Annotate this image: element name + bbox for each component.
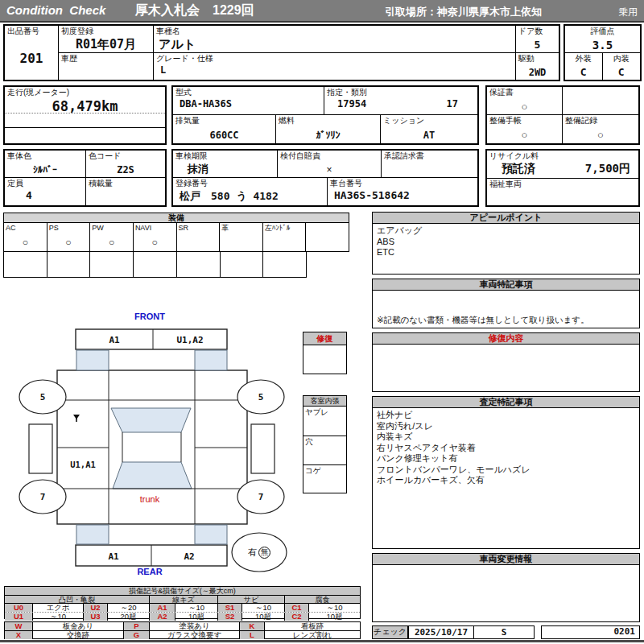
equipment-value bbox=[177, 233, 220, 251]
damage-legend-table: 損傷記号&損傷サイズ(～最大cm) 凸凹・亀裂 線キズ サビ 腐食 U0 エクボ… bbox=[4, 586, 361, 619]
bottom-rule bbox=[0, 640, 644, 642]
score-value: 3.5 bbox=[565, 37, 640, 52]
approval-label: 承認請求書 bbox=[382, 151, 477, 162]
legend-code: U0 bbox=[5, 604, 33, 612]
doors-value: 5 bbox=[516, 37, 559, 52]
insurance-label: 検付自賠責 bbox=[278, 151, 381, 162]
rear-bumper-left-code: A1 bbox=[76, 547, 151, 566]
change-info-box: 車両変更情報 bbox=[372, 553, 640, 622]
recycle-status: 預託済 bbox=[502, 162, 535, 176]
spare-tire-indicator: 有 無 bbox=[235, 542, 283, 563]
recycle-label: リサイクル料 bbox=[487, 151, 638, 162]
legend-code: A2 bbox=[150, 613, 175, 621]
equipment-label: SR bbox=[177, 223, 220, 233]
class-number2: 17 bbox=[447, 98, 458, 109]
spare-no-circled: 無 bbox=[258, 547, 270, 559]
legend-desc: 塗装あり bbox=[150, 622, 240, 630]
change-info-title: 車両変更情報 bbox=[373, 554, 639, 565]
condition-check-sheet: Condition Check 厚木入札会 1229回 引取場所：神奈川県厚木市… bbox=[0, 0, 644, 644]
inspection-value: 抹消 bbox=[173, 162, 277, 176]
legend-code: P bbox=[124, 622, 150, 630]
grade-value: L bbox=[154, 64, 515, 76]
registration-table: 車検期限 抹消 検付自賠責 × 承認請求書 登録番号 松戸 580 う 4182… bbox=[171, 149, 479, 207]
rear-bumper-right-code: A2 bbox=[151, 547, 227, 566]
rear-window bbox=[113, 462, 192, 489]
first-reg-value: R01年07月 bbox=[59, 37, 153, 52]
basic-info-table: 出品番号 201 初度登録 R01年07月 車歴 車種名 アルト グレード・仕様… bbox=[3, 24, 560, 81]
legend-code: G bbox=[124, 631, 150, 639]
equipment-value bbox=[306, 225, 349, 251]
score-table: 評価点 3.5 外装 C 内装 C bbox=[564, 24, 642, 81]
equipment-value: ○ bbox=[90, 233, 133, 251]
appeal-line: エアバッグ bbox=[377, 225, 635, 237]
fuel-value: ｶﾞｿﾘﾝ bbox=[276, 126, 380, 143]
welfare-label: 福祉車両 bbox=[487, 179, 638, 190]
divider bbox=[5, 127, 165, 128]
legend-desc: ～10 bbox=[175, 604, 218, 612]
legend-code: X bbox=[5, 631, 33, 639]
transmission-value: AT bbox=[381, 126, 477, 143]
cabin-lining-title: 客室内張 bbox=[303, 396, 346, 407]
tire-front-left: 5 bbox=[19, 380, 66, 414]
equipment-label: PS bbox=[47, 223, 90, 233]
equipment-row: AC○ PS○ PW○ NAVI○ SR 革 左ﾊﾝﾄﾞﾙ bbox=[3, 222, 349, 252]
assessment-notes-box: 査定特記事項 社外ナビ 室内汚れ/スレ 内装キズ 右リヤスペアタイヤ装着 パンク… bbox=[372, 396, 640, 549]
maintenance-book-mark: ○ bbox=[487, 126, 562, 143]
body-color-value: ｼﾙﾊﾞｰ bbox=[5, 162, 85, 177]
exterior-grade: C bbox=[565, 64, 602, 80]
maintenance-record-mark: ○ bbox=[563, 126, 638, 143]
cabin-row-burn: コゲ bbox=[303, 464, 346, 493]
legend-desc: ～10 bbox=[242, 604, 285, 612]
lot-label: 出品番号 bbox=[5, 26, 58, 37]
legend-group: 腐食 bbox=[285, 596, 360, 603]
maintenance-record-label: 整備記録 bbox=[563, 115, 638, 126]
class-label: 指定・類別 bbox=[324, 87, 477, 98]
legend-desc: 板金あり bbox=[33, 622, 124, 630]
color-code-value: Z2S bbox=[86, 162, 165, 177]
legend-group: 凸凹・亀裂 bbox=[5, 596, 150, 603]
appeal-line: ETC bbox=[377, 247, 635, 258]
capacity-value: 4 bbox=[5, 189, 85, 201]
legend-code: K bbox=[240, 622, 265, 630]
pickup-location: 引取場所：神奈川県厚木市上依知 bbox=[385, 5, 542, 19]
legend-desc: 20超 bbox=[108, 613, 150, 621]
documents-table: 保証書 ○ 整備手帳 ○ 整備記録 ○ bbox=[485, 85, 640, 145]
equipment-value: ○ bbox=[4, 233, 47, 251]
recycle-fee: 7,500円 bbox=[585, 162, 630, 176]
equipment-value: ○ bbox=[47, 233, 90, 251]
first-reg-label: 初度登録 bbox=[59, 26, 153, 37]
appeal-points-box: アピールポイント エアバッグ ABS ETC bbox=[372, 212, 640, 275]
left-door-code: U1,A1 bbox=[57, 458, 109, 471]
score-label: 評価点 bbox=[565, 26, 640, 37]
displacement-value: 660CC bbox=[173, 126, 275, 143]
appeal-line: ABS bbox=[377, 237, 635, 248]
check-code: 0201 bbox=[542, 626, 639, 638]
grade-label: グレード・仕様 bbox=[154, 53, 515, 64]
divider bbox=[5, 113, 165, 114]
equipment-value bbox=[263, 233, 306, 251]
model-code-label: 型式 bbox=[173, 87, 324, 98]
legend-code: L bbox=[240, 631, 265, 639]
mileage-box: 走行(現メーター) 68,479km bbox=[3, 85, 167, 145]
interior-grade: C bbox=[603, 64, 641, 80]
equipment-label: 左ﾊﾝﾄﾞﾙ bbox=[263, 223, 306, 233]
damage-legend-extra-table: W 板金あり P 塗装あり K 看板跡 X 交換跡 G ガラス交換要す L レン… bbox=[4, 621, 361, 639]
capacity-label: 定員 bbox=[5, 178, 85, 189]
equipment-label: AC bbox=[4, 223, 47, 233]
color-code-label: 色コード bbox=[86, 151, 165, 162]
assessment-line: フロントバンパーワレ、モールハズレ bbox=[377, 464, 635, 476]
legend-code: C1 bbox=[285, 604, 309, 612]
load-label: 積載量 bbox=[86, 178, 165, 189]
vehicle-category: 乗用 bbox=[618, 6, 638, 19]
mileage-label: 走行(現メーター) bbox=[5, 87, 165, 98]
tire-rear-left: 7 bbox=[19, 480, 66, 514]
recycle-table: リサイクル料 預託済 7,500円 福祉車両 bbox=[485, 149, 640, 207]
insurance-mark: × bbox=[278, 162, 381, 177]
reg-number-value: 松戸 580 う 4182 bbox=[173, 189, 327, 204]
vehicle-notes-disclaimer: ※記載のない書類・機器等は無しとして取り扱います。 bbox=[377, 315, 635, 326]
legend-desc: 10超 bbox=[242, 613, 285, 621]
repair-detail-box: 修復内容 bbox=[372, 332, 640, 392]
check-box: 2025/10/17 S bbox=[408, 625, 535, 639]
body-color-label: 車体色 bbox=[5, 151, 85, 162]
vehicle-notes-box: 車両特記事項 ※記載のない書類・機器等は無しとして取り扱います。 bbox=[372, 279, 640, 328]
